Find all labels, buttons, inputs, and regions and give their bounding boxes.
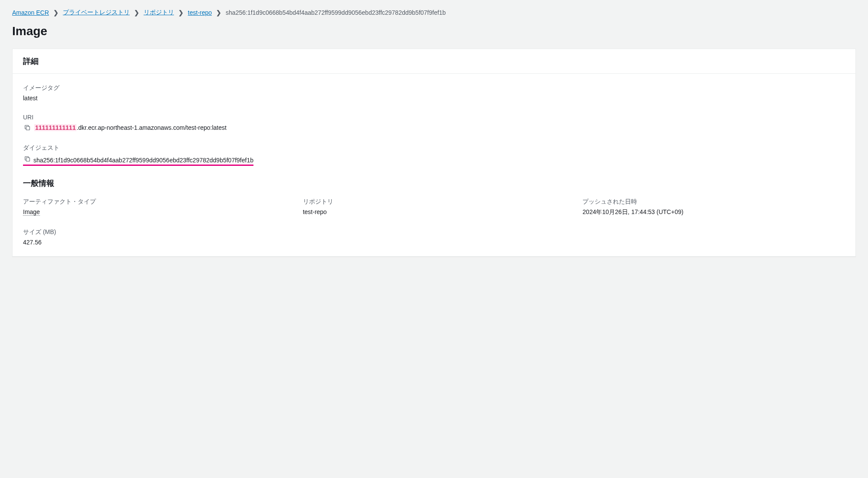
breadcrumb-link-repo[interactable]: test-repo (188, 9, 212, 16)
general-info-title: 一般情報 (23, 178, 845, 188)
breadcrumb-link-repositories[interactable]: リポジトリ (144, 9, 174, 16)
value-artifact-type: Image (23, 208, 286, 215)
label-image-tag: イメージタグ (23, 84, 845, 92)
value-size: 427.56 (23, 239, 286, 246)
field-uri: URI 111111111111.dkr.ecr.ap-northeast-1.… (23, 114, 845, 132)
value-image-tag: latest (23, 95, 845, 102)
chevron-right-icon: ❯ (178, 9, 184, 16)
field-image-tag: イメージタグ latest (23, 84, 845, 102)
label-repository: リポジトリ (303, 198, 566, 206)
panel-header-title: 詳細 (23, 56, 845, 66)
uri-rest: .dkr.ecr.ap-northeast-1.amazonaws.com/te… (76, 124, 227, 131)
copy-uri-button[interactable] (23, 123, 32, 132)
breadcrumb: Amazon ECR ❯ プライベートレジストリ ❯ リポジトリ ❯ test-… (12, 9, 856, 16)
uri-account-highlight: 111111111111 (34, 124, 76, 131)
label-digest: ダイジェスト (23, 144, 845, 152)
field-pushed-at: プッシュされた日時 2024年10月26日, 17:44:53 (UTC+09) (582, 198, 845, 216)
copy-digest-button[interactable] (23, 155, 32, 163)
value-pushed-at: 2024年10月26日, 17:44:53 (UTC+09) (582, 208, 845, 216)
chevron-right-icon: ❯ (216, 9, 221, 16)
breadcrumb-link-registry[interactable]: プライベートレジストリ (63, 9, 130, 16)
general-info-grid: アーティファクト・タイプ Image リポジトリ test-repo プッシュさ… (23, 198, 845, 246)
label-uri: URI (23, 114, 845, 121)
label-pushed-at: プッシュされた日時 (582, 198, 845, 206)
field-digest: ダイジェスト sha256:1f1d9c0668b54bd4f4aab272ff… (23, 144, 845, 166)
value-digest: sha256:1f1d9c0668b54bd4f4aab272ff9599dd9… (33, 157, 253, 164)
copy-icon (24, 124, 31, 131)
copy-icon (24, 155, 31, 162)
label-artifact-type: アーティファクト・タイプ (23, 198, 286, 206)
page-title: Image (12, 24, 856, 38)
chevron-right-icon: ❯ (134, 9, 139, 16)
breadcrumb-current: sha256:1f1d9c0668b54bd4f4aab272ff9599dd9… (226, 9, 446, 16)
breadcrumb-link-ecr[interactable]: Amazon ECR (12, 9, 49, 16)
field-artifact-type: アーティファクト・タイプ Image (23, 198, 286, 216)
field-size: サイズ (MB) 427.56 (23, 228, 286, 246)
value-repository: test-repo (303, 208, 566, 215)
details-panel: 詳細 イメージタグ latest URI 111111111111 (12, 49, 856, 257)
chevron-right-icon: ❯ (53, 9, 59, 16)
field-repository: リポジトリ test-repo (303, 198, 566, 216)
panel-header: 詳細 (13, 49, 855, 74)
label-size: サイズ (MB) (23, 228, 286, 236)
svg-rect-0 (26, 126, 30, 130)
svg-rect-1 (26, 158, 30, 161)
value-uri: 111111111111.dkr.ecr.ap-northeast-1.amaz… (34, 124, 227, 131)
